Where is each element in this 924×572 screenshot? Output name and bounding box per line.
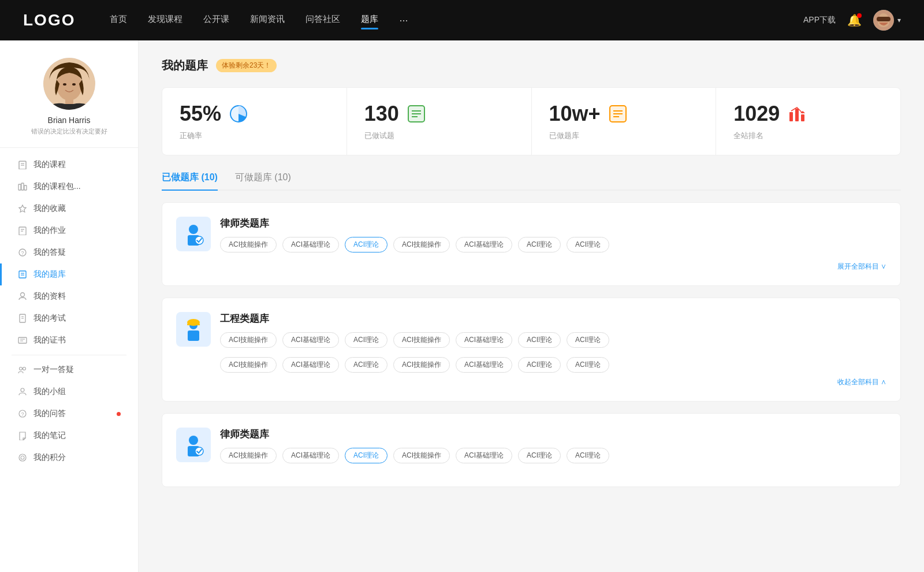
user-avatar-menu[interactable]: ▾ [873, 10, 901, 31]
sidebar-item-questionbank[interactable]: 我的题库 [0, 263, 138, 285]
tag-lawyer-6[interactable]: ACI理论 [567, 237, 609, 252]
notification-bell[interactable]: 🔔 [847, 13, 862, 27]
accuracy-pie-icon [228, 103, 249, 124]
bank-tags-engineering-row2: ACI技能操作 ACI基础理论 ACI理论 ACI技能操作 ACI基础理论 AC… [176, 357, 886, 373]
svg-point-7 [63, 83, 66, 86]
tag-lawyer2-6[interactable]: ACI理论 [567, 448, 609, 463]
bank-name-lawyer: 律师类题库 [220, 217, 886, 230]
questions-icon: ? [17, 247, 28, 258]
sidebar-item-favorites[interactable]: 我的收藏 [0, 198, 138, 220]
tag-eng-ex-5[interactable]: ACI理论 [518, 357, 561, 373]
svg-point-37 [21, 456, 24, 459]
user-menu-chevron: ▾ [897, 16, 901, 24]
ranking-icon [787, 103, 807, 124]
tab-available[interactable]: 可做题库 (10) [235, 172, 291, 190]
svg-point-36 [19, 454, 26, 461]
sidebar-item-course[interactable]: 我的课程 [0, 154, 138, 176]
svg-rect-3 [877, 17, 891, 21]
sidebar-item-course-pack[interactable]: 我的课程包... [0, 176, 138, 198]
sidebar-item-questionbank-label: 我的题库 [33, 269, 121, 280]
questionbank-icon [17, 269, 28, 280]
stat-done-banks-value: 10w+ [549, 102, 601, 126]
tag-eng-2[interactable]: ACI理论 [345, 332, 388, 348]
sidebar-item-profile[interactable]: 我的资料 [0, 285, 138, 307]
tab-done[interactable]: 已做题库 (10) [162, 172, 218, 190]
svg-point-8 [72, 83, 76, 86]
sidebar-item-exam-label: 我的考试 [33, 313, 121, 324]
svg-text:?: ? [21, 250, 24, 256]
tag-eng-ex-0[interactable]: ACI技能操作 [220, 357, 277, 373]
homework-icon [17, 225, 28, 236]
tag-eng-ex-6[interactable]: ACI理论 [567, 357, 609, 373]
tag-eng-ex-4[interactable]: ACI基础理论 [456, 357, 512, 373]
stats-row: 55% 正确率 130 [162, 87, 901, 155]
tag-lawyer2-2[interactable]: ACI理论 [345, 448, 388, 463]
stat-accuracy: 55% 正确率 [162, 88, 347, 155]
tag-lawyer-5[interactable]: ACI理论 [518, 237, 561, 252]
tag-lawyer-3[interactable]: ACI技能操作 [393, 237, 450, 252]
nav-qa[interactable]: 问答社区 [305, 14, 340, 27]
nav-menu: 首页 发现课程 公开课 新闻资讯 问答社区 题库 ··· [110, 14, 803, 27]
svg-rect-21 [19, 271, 26, 278]
trial-badge: 体验剩余23天！ [216, 59, 277, 72]
tag-eng-0[interactable]: ACI技能操作 [220, 332, 277, 348]
bank-section-engineering: 工程类题库 ACI技能操作 ACI基础理论 ACI理论 ACI技能操作 ACI基… [162, 298, 901, 402]
done-questions-icon [406, 103, 427, 124]
sidebar-item-myqa[interactable]: ? 我的问答 [0, 403, 138, 425]
nav-more[interactable]: ··· [399, 14, 408, 27]
bank-section-lawyer2: 律师类题库 ACI技能操作 ACI基础理论 ACI理论 ACI技能操作 ACI基… [162, 413, 901, 487]
sidebar-item-profile-label: 我的资料 [33, 291, 121, 302]
avatar [873, 10, 894, 31]
svg-point-24 [21, 293, 25, 297]
lawyer2-bank-icon [176, 428, 211, 462]
tag-eng-6[interactable]: ACI理论 [567, 332, 609, 348]
tag-eng-5[interactable]: ACI理论 [518, 332, 561, 348]
tag-lawyer-1[interactable]: ACI基础理论 [282, 237, 339, 252]
sidebar-item-homework[interactable]: 我的作业 [0, 220, 138, 242]
nav-opencourse[interactable]: 公开课 [203, 14, 229, 27]
svg-point-31 [20, 367, 23, 370]
sidebar-item-onetoone[interactable]: 一对一答疑 [0, 359, 138, 381]
sidebar-item-points[interactable]: 我的积分 [0, 447, 138, 469]
tag-eng-1[interactable]: ACI基础理论 [282, 332, 339, 348]
sidebar-item-favorites-label: 我的收藏 [33, 203, 121, 214]
app-download-link[interactable]: APP下载 [803, 15, 836, 25]
onetoone-icon [17, 365, 28, 375]
sidebar-item-exam[interactable]: 我的考试 [0, 307, 138, 329]
bank-expand-lawyer[interactable]: 展开全部科目 ∨ [176, 262, 886, 272]
bank-info-lawyer2: 律师类题库 ACI技能操作 ACI基础理论 ACI理论 ACI技能操作 ACI基… [220, 428, 886, 463]
sidebar-item-myqa-label: 我的问答 [33, 408, 111, 419]
tag-lawyer2-4[interactable]: ACI基础理论 [456, 448, 512, 463]
stat-accuracy-top: 55% [180, 102, 329, 126]
stat-done-banks-top: 10w+ [549, 102, 699, 126]
nav-questionbank[interactable]: 题库 [361, 14, 378, 27]
sidebar-item-questions[interactable]: ? 我的答疑 [0, 242, 138, 263]
tag-lawyer2-5[interactable]: ACI理论 [518, 448, 561, 463]
tag-lawyer-4[interactable]: ACI基础理论 [456, 237, 512, 252]
nav-discover[interactable]: 发现课程 [148, 14, 182, 27]
tag-eng-ex-2[interactable]: ACI理论 [345, 357, 388, 373]
tag-lawyer-2[interactable]: ACI理论 [345, 237, 388, 252]
tag-lawyer2-0[interactable]: ACI技能操作 [220, 448, 277, 463]
sidebar-item-notes[interactable]: 我的笔记 [0, 425, 138, 447]
tag-lawyer-0[interactable]: ACI技能操作 [220, 237, 277, 252]
tag-lawyer2-1[interactable]: ACI基础理论 [282, 448, 339, 463]
tag-eng-4[interactable]: ACI基础理论 [456, 332, 512, 348]
tag-eng-3[interactable]: ACI技能操作 [393, 332, 450, 348]
svg-text:?: ? [21, 411, 24, 417]
sidebar-item-group[interactable]: 我的小组 [0, 381, 138, 403]
nav-home[interactable]: 首页 [110, 14, 127, 27]
sidebar-item-certificate[interactable]: 我的证书 [0, 329, 138, 351]
tag-eng-ex-1[interactable]: ACI基础理论 [282, 357, 339, 373]
bank-collapse-engineering[interactable]: 收起全部科目 ∧ [176, 377, 886, 387]
points-icon [17, 452, 28, 463]
bank-name-engineering: 工程类题库 [220, 312, 886, 325]
page-layout: Brian Harris 错误的决定比没有决定要好 我的课程 我的课程包... [0, 40, 924, 572]
svg-rect-14 [24, 185, 27, 190]
exam-icon [17, 313, 28, 324]
tag-eng-ex-3[interactable]: ACI技能操作 [393, 357, 450, 373]
svg-point-32 [23, 367, 26, 370]
nav-news[interactable]: 新闻资讯 [250, 14, 285, 27]
sidebar-menu: 我的课程 我的课程包... 我的收藏 我的作业 [0, 154, 138, 469]
tag-lawyer2-3[interactable]: ACI技能操作 [393, 448, 450, 463]
